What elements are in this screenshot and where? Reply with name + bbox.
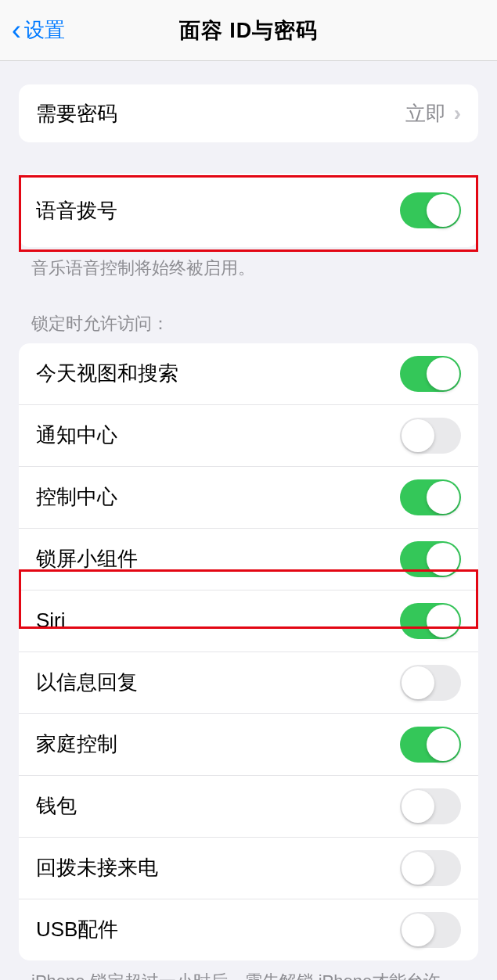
require-passcode-value: 立即 › [405,100,461,127]
lock-item-toggle[interactable] [400,418,461,454]
require-passcode-label: 需要密码 [36,100,117,127]
require-passcode-row[interactable]: 需要密码 立即 › [19,84,478,142]
page-title: 面容 ID与密码 [179,16,319,45]
toggle-knob [402,914,434,946]
lock-item-label: 今天视图和搜索 [36,360,178,387]
lock-item-label: 家庭控制 [36,731,117,758]
lock-item-toggle[interactable] [400,603,461,639]
lock-item-toggle[interactable] [400,356,461,392]
lock-item-toggle[interactable] [400,665,461,701]
toggle-knob [402,852,434,885]
toggle-knob [427,481,459,514]
lock-item-toggle[interactable] [400,727,461,763]
back-label: 设置 [24,16,65,44]
lock-access-footer: iPhone 锁定超过一小时后，需先解锁 iPhone才能允许USB 配件连接。 [0,960,497,980]
lock-item-row: 回拨未接来电 [19,837,478,899]
lock-item-toggle[interactable] [400,850,461,886]
back-button[interactable]: ‹ 设置 [12,16,65,45]
lock-item-label: USB配件 [36,916,118,943]
lock-item-toggle[interactable] [400,479,461,515]
lock-item-label: Siri [36,608,66,633]
lock-item-row: Siri [19,590,478,652]
lock-access-group: 今天视图和搜索通知中心控制中心锁屏小组件Siri以信息回复家庭控制钱包回拨未接来… [19,343,478,960]
navigation-header: ‹ 设置 面容 ID与密码 [0,0,497,61]
lock-item-row: 控制中心 [19,466,478,528]
lock-item-row: USB配件 [19,899,478,960]
lock-item-row: 通知中心 [19,404,478,466]
toggle-knob [402,790,434,823]
lock-item-label: 锁屏小组件 [36,545,138,573]
lock-item-toggle[interactable] [400,541,461,577]
lock-item-label: 钱包 [36,792,77,820]
voice-dial-row: 语音拨号 [19,174,478,247]
lock-access-header: 锁定时允许访问： [0,312,497,343]
lock-item-row: 以信息回复 [19,652,478,713]
toggle-knob [427,194,459,227]
lock-item-toggle[interactable] [400,788,461,824]
toggle-knob [427,357,459,390]
passcode-group: 需要密码 立即 › [19,84,478,142]
voice-dial-footer: 音乐语音控制将始终被启用。 [0,247,497,281]
toggle-knob [427,543,459,576]
voice-dial-group: 语音拨号 [19,174,478,247]
lock-item-row: 今天视图和搜索 [19,343,478,404]
toggle-knob [402,419,434,452]
chevron-right-icon: › [454,101,461,126]
lock-item-label: 通知中心 [36,422,117,449]
lock-item-row: 钱包 [19,775,478,837]
lock-item-label: 控制中心 [36,483,117,511]
lock-item-label: 回拨未接来电 [36,854,158,881]
toggle-knob [427,605,459,637]
lock-item-row: 锁屏小组件 [19,528,478,590]
lock-item-row: 家庭控制 [19,713,478,775]
voice-dial-toggle[interactable] [400,192,461,228]
lock-item-toggle[interactable] [400,912,461,948]
chevron-left-icon: ‹ [12,16,21,45]
toggle-knob [402,666,434,699]
toggle-knob [427,728,459,761]
voice-dial-label: 语音拨号 [36,197,117,224]
lock-item-label: 以信息回复 [36,669,138,696]
